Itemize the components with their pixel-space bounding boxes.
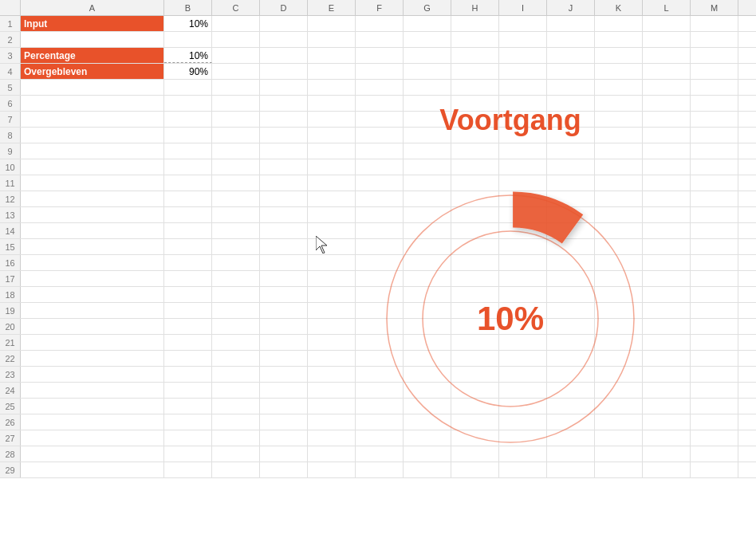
- table-row[interactable]: 1Input10%: [0, 16, 756, 32]
- col-header-d[interactable]: D: [260, 0, 308, 15]
- cell-b22[interactable]: [164, 351, 212, 366]
- cell-empty[interactable]: [212, 128, 260, 143]
- cell-empty[interactable]: [212, 207, 260, 222]
- cell-empty[interactable]: [212, 319, 260, 334]
- cell-empty[interactable]: [260, 143, 308, 159]
- cell-b29[interactable]: [164, 462, 212, 477]
- table-row[interactable]: 5: [0, 80, 756, 96]
- cell-empty[interactable]: [499, 16, 547, 31]
- cell-empty[interactable]: [212, 64, 260, 79]
- cell-empty[interactable]: [547, 16, 595, 31]
- cell-empty[interactable]: [260, 271, 308, 286]
- cell-a17[interactable]: [21, 271, 164, 286]
- cell-empty[interactable]: [212, 303, 260, 318]
- cell-empty[interactable]: [595, 32, 643, 47]
- cell-empty[interactable]: [212, 351, 260, 366]
- cell-a20[interactable]: [21, 319, 164, 334]
- col-header-c[interactable]: C: [212, 0, 260, 15]
- cell-empty[interactable]: [547, 80, 595, 95]
- cell-empty[interactable]: [356, 16, 404, 31]
- cell-empty[interactable]: [547, 32, 595, 47]
- cell-a27[interactable]: [21, 430, 164, 446]
- cell-empty[interactable]: [643, 32, 691, 47]
- cell-empty[interactable]: [212, 175, 260, 191]
- cell-a2[interactable]: [21, 32, 164, 47]
- col-header-j[interactable]: J: [547, 0, 595, 15]
- cell-b9[interactable]: [164, 143, 212, 159]
- cell-empty[interactable]: [260, 191, 308, 206]
- cell-empty[interactable]: [212, 430, 260, 446]
- cell-a12[interactable]: [21, 191, 164, 206]
- cell-empty[interactable]: [691, 48, 738, 63]
- col-header-h[interactable]: H: [451, 0, 499, 15]
- cell-a6[interactable]: [21, 96, 164, 111]
- col-header-l[interactable]: L: [643, 0, 691, 15]
- cell-empty[interactable]: [595, 48, 643, 63]
- cell-empty[interactable]: [595, 80, 643, 95]
- cell-empty[interactable]: [212, 143, 260, 159]
- cell-empty[interactable]: [212, 223, 260, 238]
- cell-b12[interactable]: [164, 191, 212, 206]
- cell-b3[interactable]: 10%: [164, 48, 212, 63]
- cell-empty[interactable]: [404, 32, 451, 47]
- cell-empty[interactable]: [260, 462, 308, 477]
- cell-empty[interactable]: [691, 64, 738, 79]
- cell-a23[interactable]: [21, 367, 164, 382]
- cell-a3[interactable]: Percentage: [21, 48, 164, 63]
- cell-b5[interactable]: [164, 80, 212, 95]
- cell-empty[interactable]: [212, 462, 260, 477]
- cell-a1[interactable]: Input: [21, 16, 164, 31]
- table-row[interactable]: 3Percentage10%: [0, 48, 756, 64]
- cell-a16[interactable]: [21, 255, 164, 270]
- cell-empty[interactable]: [308, 48, 356, 63]
- cell-empty[interactable]: [643, 48, 691, 63]
- cell-b18[interactable]: [164, 287, 212, 302]
- cell-empty[interactable]: [499, 32, 547, 47]
- cell-b13[interactable]: [164, 207, 212, 222]
- cell-b19[interactable]: [164, 303, 212, 318]
- cell-a21[interactable]: [21, 335, 164, 350]
- cell-a13[interactable]: [21, 207, 164, 222]
- cell-empty[interactable]: [356, 48, 404, 63]
- cell-empty[interactable]: [260, 64, 308, 79]
- cell-empty[interactable]: [404, 80, 451, 95]
- cell-empty[interactable]: [212, 159, 260, 175]
- cell-empty[interactable]: [356, 32, 404, 47]
- cell-a5[interactable]: [21, 80, 164, 95]
- cell-empty[interactable]: [308, 80, 356, 95]
- cell-empty[interactable]: [691, 80, 738, 95]
- cell-empty[interactable]: [212, 335, 260, 350]
- cell-b15[interactable]: [164, 239, 212, 254]
- cell-empty[interactable]: [260, 351, 308, 366]
- cell-empty[interactable]: [260, 414, 308, 430]
- cell-a7[interactable]: [21, 112, 164, 127]
- cell-empty[interactable]: [212, 255, 260, 270]
- cell-empty[interactable]: [260, 430, 308, 446]
- col-header-f[interactable]: F: [356, 0, 404, 15]
- cell-empty[interactable]: [212, 287, 260, 302]
- cell-b25[interactable]: [164, 399, 212, 414]
- cell-a11[interactable]: [21, 175, 164, 191]
- cell-empty[interactable]: [212, 271, 260, 286]
- cell-a26[interactable]: [21, 414, 164, 430]
- cell-a28[interactable]: [21, 446, 164, 462]
- cell-a19[interactable]: [21, 303, 164, 318]
- table-row[interactable]: 2: [0, 32, 756, 48]
- cell-empty[interactable]: [451, 80, 499, 95]
- cell-empty[interactable]: [451, 32, 499, 47]
- cell-empty[interactable]: [643, 80, 691, 95]
- cell-a18[interactable]: [21, 287, 164, 302]
- table-row[interactable]: 4Overgebleven90%: [0, 64, 756, 80]
- cell-a25[interactable]: [21, 399, 164, 414]
- cell-empty[interactable]: [451, 64, 499, 79]
- cell-empty[interactable]: [212, 446, 260, 462]
- cell-b7[interactable]: [164, 112, 212, 127]
- cell-empty[interactable]: [260, 159, 308, 175]
- cell-a24[interactable]: [21, 383, 164, 398]
- cell-a29[interactable]: [21, 462, 164, 477]
- cell-empty[interactable]: [499, 48, 547, 63]
- cell-empty[interactable]: [260, 255, 308, 270]
- cell-empty[interactable]: [260, 48, 308, 63]
- cell-empty[interactable]: [595, 64, 643, 79]
- cell-empty[interactable]: [260, 207, 308, 222]
